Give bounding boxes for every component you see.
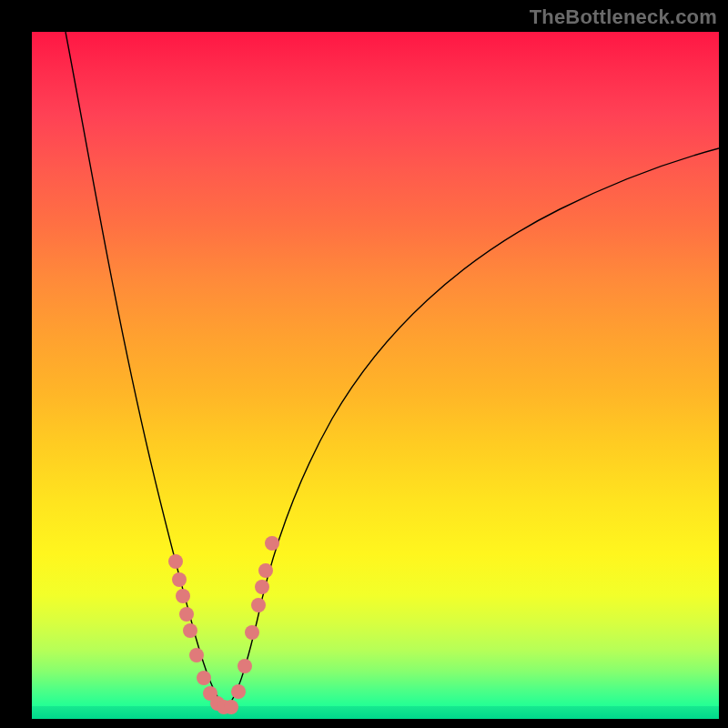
- data-marker: [258, 563, 273, 578]
- data-marker: [251, 598, 266, 612]
- chart-container: TheBottleneck.com: [0, 0, 728, 728]
- data-marker: [197, 671, 211, 685]
- marker-group: [168, 536, 279, 714]
- plot-area: [32, 32, 719, 719]
- data-marker: [183, 623, 197, 638]
- data-marker: [231, 684, 246, 699]
- data-marker: [265, 536, 279, 551]
- data-marker: [224, 700, 238, 714]
- curve-layer: [32, 32, 719, 719]
- data-marker: [168, 554, 183, 569]
- data-marker: [255, 580, 269, 594]
- data-marker: [176, 589, 190, 603]
- data-marker: [189, 648, 204, 662]
- data-marker: [172, 572, 187, 587]
- watermark-text: TheBottleneck.com: [530, 5, 717, 29]
- data-marker: [245, 625, 259, 640]
- data-marker: [238, 659, 252, 673]
- data-marker: [179, 607, 194, 622]
- right-curve: [226, 148, 719, 708]
- left-curve: [66, 32, 226, 708]
